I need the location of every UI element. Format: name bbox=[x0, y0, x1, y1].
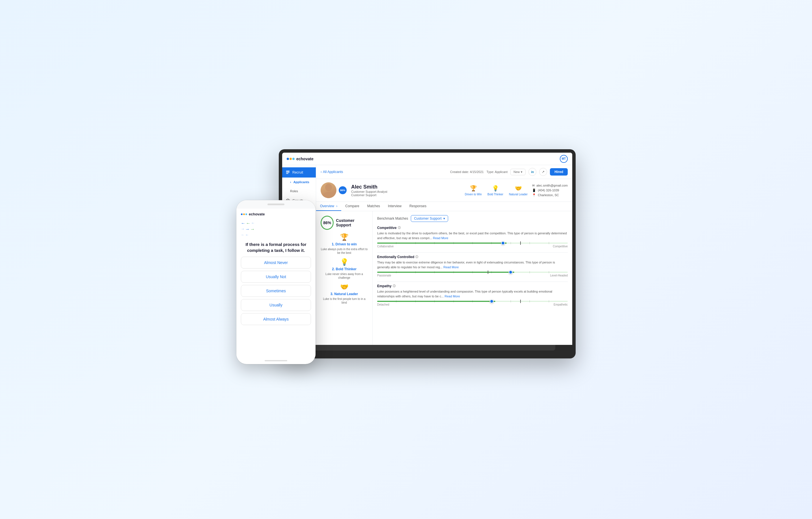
mobile-option-almost-always[interactable]: Almost Always bbox=[241, 313, 311, 325]
main-layout: Recruit › Applicants Roles Gro bbox=[282, 165, 572, 345]
competitive-title: Competitive ⓘ bbox=[377, 226, 568, 230]
tick-4 bbox=[454, 242, 454, 244]
tick-5 bbox=[472, 242, 473, 244]
em-tick-8 bbox=[529, 300, 530, 302]
sidebar-item-recruit[interactable]: Recruit bbox=[282, 167, 316, 177]
location-icon: 📍 bbox=[532, 193, 536, 197]
logo-dots bbox=[287, 158, 295, 160]
competitive-track bbox=[377, 242, 568, 244]
mobile-home-bar bbox=[265, 360, 287, 361]
arrow-icon: › bbox=[290, 180, 291, 184]
back-link[interactable]: ‹ All Applicants bbox=[321, 170, 343, 174]
profile-dept: Customer Support bbox=[351, 193, 460, 197]
tab-compare[interactable]: Compare bbox=[341, 202, 363, 211]
tab-compare-label: Compare bbox=[345, 204, 359, 208]
arrow-row-1: ← ← ← bbox=[241, 221, 255, 226]
mobile-options: Almost Never Usually Not Sometimes Usual… bbox=[236, 257, 316, 357]
recruit-icon bbox=[286, 170, 290, 175]
em-tick-7 bbox=[511, 300, 511, 302]
emotional-labels: Passionate Level-Headed bbox=[377, 274, 568, 277]
competitive-right-label: Competitive bbox=[553, 245, 568, 248]
trait-1-num: 1. Driven to win bbox=[331, 242, 357, 246]
competitive-info-icon: ⓘ bbox=[398, 226, 401, 230]
emotional-info-icon: ⓘ bbox=[415, 255, 418, 259]
created-date: Created date: 4/15/2021 bbox=[450, 170, 484, 174]
tab-responses[interactable]: Responses bbox=[405, 202, 430, 211]
e-tick-4 bbox=[454, 271, 454, 273]
logo-dot-blue bbox=[287, 158, 289, 160]
tab-overview[interactable]: Overview › bbox=[316, 202, 341, 211]
competitive-thumb bbox=[501, 241, 505, 245]
empathy-benchmark-mark bbox=[520, 300, 521, 303]
tick-8 bbox=[529, 242, 530, 244]
trait-3-desc: Luke is the first people turn to in a bi… bbox=[321, 297, 368, 305]
tab-interview[interactable]: Interview bbox=[384, 202, 405, 211]
profile-info: Alec Smith Customer Support Analyst Cust… bbox=[351, 184, 460, 197]
tab-overview-label: Overview bbox=[320, 204, 334, 208]
empathy-read-more[interactable]: Read More bbox=[444, 294, 460, 298]
tick-3 bbox=[434, 242, 435, 244]
empathy-desc: Luke possesses a heightened level of und… bbox=[377, 289, 568, 298]
mobile-option-usually[interactable]: Usually bbox=[241, 299, 311, 311]
competitive-left-label: Collaborative bbox=[377, 245, 394, 248]
sidebar-item-roles[interactable]: Roles bbox=[282, 186, 316, 196]
desktop-frame: echovate MT Recruit bbox=[279, 149, 576, 358]
tick-9 bbox=[549, 242, 549, 244]
benchmark-select[interactable]: Customer Support ▾ bbox=[411, 215, 448, 222]
sidebar-item-applicants[interactable]: › Applicants bbox=[282, 177, 316, 186]
top-bar: echovate MT bbox=[282, 153, 572, 165]
profile-photo bbox=[321, 182, 337, 198]
mobile-option-usually-not[interactable]: Usually Not bbox=[241, 271, 311, 283]
trait-2-desc: Luke never shies away from a challenge bbox=[321, 272, 368, 280]
back-label: All Applicants bbox=[323, 170, 343, 174]
arrow-right-3: → bbox=[250, 227, 255, 232]
competitive-section: Competitive ⓘ Luke is motivated by the d… bbox=[377, 226, 568, 248]
competitive-fill bbox=[377, 242, 506, 244]
applicants-label: Applicants bbox=[293, 180, 309, 184]
arrow-left-4: ← bbox=[241, 233, 244, 237]
email-icon: ✉ bbox=[532, 184, 534, 188]
emotional-read-more[interactable]: Read More bbox=[443, 265, 459, 269]
type-label: Type: Applicant bbox=[487, 170, 508, 174]
mobile-phone: echovate ← ← ← → → → ← ← bbox=[236, 200, 316, 364]
mobile-dot-cyan bbox=[245, 213, 247, 215]
trait-card-1: 🏆 1. Driven to win Luke always puts in t… bbox=[321, 233, 368, 255]
arrow-row-3: ← ← bbox=[241, 233, 249, 237]
svg-point-8 bbox=[322, 192, 335, 198]
benchmark-selected: Customer Support bbox=[414, 217, 441, 221]
empathy-info-icon: ⓘ bbox=[393, 284, 396, 288]
linkedin-icon: in bbox=[531, 170, 534, 174]
tick-6 bbox=[491, 242, 492, 244]
driven-to-win-icon: 🏆 bbox=[470, 185, 477, 192]
header-bar: ‹ All Applicants Created date: 4/15/2021… bbox=[316, 165, 572, 179]
contact-info: ✉ alec.smith@gmail.com 📱 (404) 326-1039 … bbox=[532, 184, 568, 197]
linkedin-icon-btn[interactable]: in bbox=[528, 168, 536, 176]
logo-text: echovate bbox=[296, 156, 314, 161]
status-dropdown[interactable]: New ▾ bbox=[510, 169, 526, 175]
mobile-screen: echovate ← ← ← → → → ← ← bbox=[236, 209, 316, 357]
user-avatar[interactable]: MT bbox=[560, 155, 568, 163]
svg-rect-1 bbox=[286, 172, 290, 173]
logo-dot-yellow bbox=[290, 158, 292, 160]
phone-value: (404) 326-1039 bbox=[538, 189, 559, 192]
phone-row: 📱 (404) 326-1039 bbox=[532, 189, 568, 192]
share-icon-btn[interactable]: ↗ bbox=[539, 168, 547, 176]
mobile-option-sometimes[interactable]: Sometimes bbox=[241, 285, 311, 297]
mobile-header: echovate bbox=[236, 209, 316, 219]
person-silhouette bbox=[321, 182, 336, 198]
mobile-option-almost-never[interactable]: Almost Never bbox=[241, 257, 311, 268]
nav-tabs: Overview › Compare Matches Interview bbox=[316, 202, 572, 211]
trait-2-icon: 💡 bbox=[340, 258, 349, 266]
trait-2-num: 2. Bold Thinker bbox=[332, 267, 356, 271]
emotional-section: Emotionally Controlled ⓘ They may be abl… bbox=[377, 255, 568, 277]
mobile-question: If there is a formal process for complet… bbox=[236, 239, 316, 257]
e-tick-6 bbox=[491, 271, 492, 273]
tab-matches-label: Matches bbox=[367, 204, 380, 208]
logo: echovate bbox=[287, 156, 314, 161]
tab-matches[interactable]: Matches bbox=[363, 202, 384, 211]
competitive-read-more[interactable]: Read More bbox=[433, 236, 448, 240]
e-tick-3 bbox=[434, 271, 435, 273]
hired-button[interactable]: Hired bbox=[550, 168, 568, 176]
match-circle: 86% bbox=[321, 216, 334, 230]
mobile-dot-blue bbox=[241, 213, 242, 215]
